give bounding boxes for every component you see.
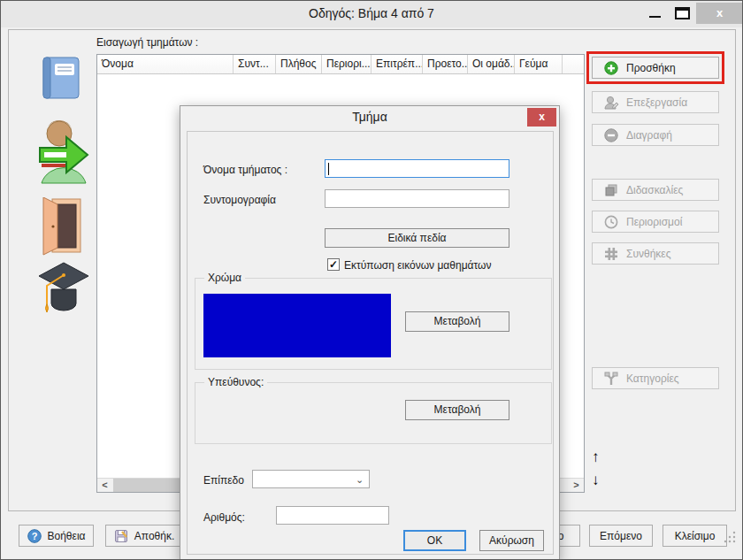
scroll-right-icon[interactable]: >	[569, 479, 584, 492]
edit-person-icon	[604, 96, 618, 110]
help-button[interactable]: ? Βοήθεια	[19, 525, 94, 547]
door-icon	[42, 197, 82, 256]
delete-button[interactable]: Διαγραφή	[592, 124, 719, 146]
save-icon	[114, 529, 128, 543]
categories-button[interactable]: Κατηγορίες	[592, 367, 719, 389]
conditions-button[interactable]: Συνθήκες	[592, 242, 719, 265]
column-header-preparation[interactable]: Προετο...	[423, 55, 468, 73]
wizard-window: Οδηγός: Βήμα 4 από 7 x Εισαγωγή τμημάτων…	[0, 0, 743, 560]
lessons-button-label: Διδασκαλίες	[626, 184, 683, 196]
level-label: Επίπεδο	[203, 474, 244, 487]
next-button[interactable]: Επόμενο	[589, 525, 653, 547]
cancel-button[interactable]: Ακύρωση	[479, 530, 544, 551]
lessons-button[interactable]: Διδασκαλίες	[592, 179, 719, 201]
filter-icon	[604, 372, 618, 386]
import-person-icon	[36, 116, 89, 185]
chevron-down-icon: ⌄	[356, 476, 364, 484]
manager-group-label: Υπεύθυνος:	[204, 376, 267, 388]
column-header-groups[interactable]: Οι ομάδ...	[468, 55, 515, 73]
restrictions-button-label: Περιορισμοί	[626, 216, 682, 228]
level-dropdown[interactable]: ⌄	[252, 470, 370, 488]
move-down-icon[interactable]: ↓	[592, 471, 611, 490]
plus-circle-icon	[604, 61, 618, 75]
change-manager-button[interactable]: Μεταβολή	[405, 400, 509, 420]
column-header-filler	[563, 55, 584, 73]
clock-icon	[604, 215, 618, 229]
minus-circle-icon	[604, 128, 618, 142]
edit-button[interactable]: Επεξεργασία	[592, 91, 719, 113]
change-color-button[interactable]: Μεταβολή	[405, 311, 509, 332]
title-bar[interactable]: Οδηγός: Βήμα 4 από 7 x	[1, 1, 742, 27]
column-header-meal[interactable]: Γεύμα	[515, 55, 563, 73]
print-images-label[interactable]: Εκτύπωση εικόνων μαθημάτων	[344, 259, 491, 272]
number-input[interactable]	[276, 506, 389, 525]
close-window-button[interactable]: x	[696, 3, 743, 24]
color-group-label: Χρώμα	[204, 272, 245, 284]
color-swatch	[203, 294, 391, 357]
resize-grip[interactable]	[724, 531, 736, 543]
maximize-icon[interactable]	[675, 7, 690, 19]
special-fields-button[interactable]: Ειδικά πεδία	[325, 228, 509, 248]
book-icon	[42, 56, 80, 100]
text-caret	[328, 163, 329, 175]
dialog-title-bar[interactable]: Τμήμα x	[180, 106, 559, 129]
conditions-button-label: Συνθήκες	[626, 248, 670, 260]
number-label: Αριθμός:	[203, 511, 245, 524]
column-header-abbr[interactable]: Συντ...	[234, 55, 276, 73]
abbreviation-input[interactable]	[325, 189, 509, 208]
save-button[interactable]: Αποθήκ.	[105, 525, 183, 547]
svg-text:?: ?	[31, 531, 37, 541]
help-button-label: Βοήθεια	[48, 530, 86, 542]
save-button-label: Αποθήκ.	[134, 530, 174, 542]
delete-button-label: Διαγραφή	[626, 129, 672, 142]
column-header-restrictions[interactable]: Περιορι...	[322, 55, 372, 73]
help-icon: ?	[27, 529, 42, 543]
department-dialog: Τμήμα x Όνομα τμήματος : Συντομογραφία Ε…	[180, 105, 560, 560]
ok-button[interactable]: OK	[403, 530, 466, 551]
column-header-allowed[interactable]: Επιτρέπ...	[372, 55, 423, 73]
table-header-row: Όνομα Συντ... Πλήθος Περιορι... Επιτρέπ.…	[97, 55, 584, 74]
minimize-icon[interactable]	[649, 16, 661, 18]
window-title: Οδηγός: Βήμα 4 από 7	[1, 6, 742, 20]
close-button[interactable]: Κλείσιμο	[663, 525, 727, 547]
dialog-close-button[interactable]: x	[527, 108, 556, 127]
abbreviation-label: Συντομογραφία	[203, 194, 276, 206]
department-name-input[interactable]	[325, 159, 509, 178]
graduation-cap-icon	[38, 259, 89, 321]
next-button-label: Επόμενο	[600, 530, 642, 542]
column-header-count[interactable]: Πλήθος	[276, 55, 322, 73]
move-up-icon[interactable]: ↑	[592, 448, 611, 467]
dialog-title: Τμήμα	[180, 110, 559, 124]
add-button[interactable]: Προσθήκη	[592, 57, 719, 79]
close-button-label: Κλείσιμο	[675, 530, 716, 542]
restrictions-button[interactable]: Περιορισμοί	[592, 211, 719, 233]
edit-button-label: Επεξεργασία	[626, 96, 687, 109]
add-button-label: Προσθήκη	[626, 62, 676, 74]
print-images-checkbox[interactable]: ✓	[327, 258, 340, 271]
table-label: Εισαγωγή τμημάτων :	[96, 36, 198, 49]
scroll-left-icon[interactable]: <	[97, 479, 112, 492]
lessons-icon	[604, 183, 618, 197]
categories-button-label: Κατηγορίες	[626, 372, 679, 385]
grid-icon	[604, 247, 618, 261]
name-label: Όνομα τμήματος :	[203, 164, 287, 176]
column-header-name[interactable]: Όνομα	[97, 55, 234, 73]
